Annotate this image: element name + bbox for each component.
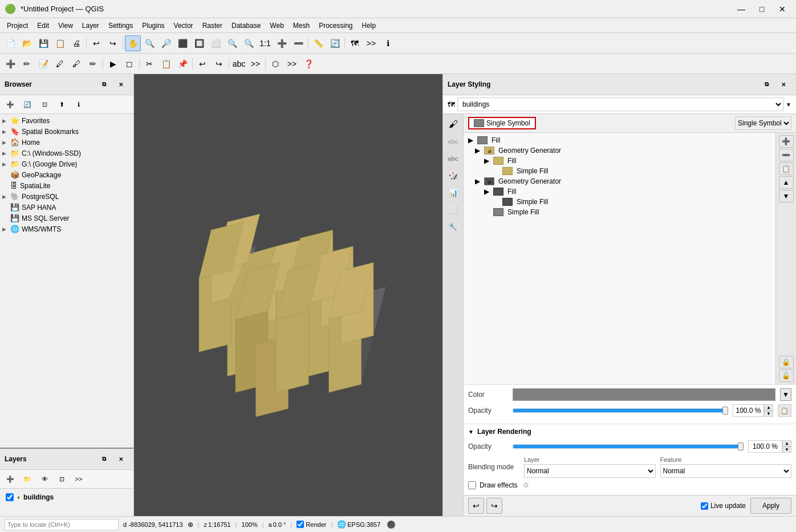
info-button[interactable]: ℹ [380, 35, 396, 51]
browser-close-btn[interactable]: ✕ [113, 76, 129, 92]
refresh-button[interactable]: 🔄 [327, 35, 343, 51]
more-digitize-button[interactable]: >> [247, 56, 263, 72]
sym-duplicate-btn[interactable]: 📋 [779, 163, 794, 175]
select-button[interactable]: ▶ [105, 56, 121, 72]
zoom-full-button[interactable]: ⬛ [174, 35, 190, 51]
apply-button[interactable]: Apply [750, 498, 791, 514]
symbology-tab-btn[interactable]: 🖌 [445, 116, 461, 132]
feature-blending-select[interactable]: Normal Multiply Screen [660, 464, 792, 478]
render-checkbox[interactable] [297, 521, 304, 528]
sym-lock-btn[interactable]: 🔒 [779, 356, 794, 368]
browser-float-btn[interactable]: ⧉ [96, 76, 112, 92]
menu-mesh[interactable]: Mesh [289, 21, 314, 31]
sym-lock2-btn[interactable]: 🔓 [779, 369, 794, 382]
zoom-out-button[interactable]: 🔎 [158, 35, 174, 51]
menu-web[interactable]: Web [265, 21, 288, 31]
lr-opacity-up[interactable]: ▲ [782, 440, 791, 446]
browser-item-favorites[interactable]: ▶ ⭐ Favorites [0, 115, 133, 126]
copy-button[interactable]: 📋 [158, 56, 174, 72]
layer-blending-select[interactable]: Normal Multiply Screen [524, 464, 656, 478]
save-as-button[interactable]: 📋 [52, 35, 68, 51]
ls-close-btn[interactable]: ✕ [775, 76, 791, 92]
opacity-spin-up[interactable]: ▲ [764, 404, 773, 411]
browser-refresh-btn[interactable]: 🔄 [19, 96, 35, 112]
layers-add-btn[interactable]: ➕ [2, 471, 18, 487]
mask-tab-btn[interactable]: abc [445, 151, 461, 166]
menu-vector[interactable]: Vector [169, 21, 198, 31]
browser-filter-btn[interactable]: ⊡ [36, 96, 52, 112]
browser-item-c-drive[interactable]: ▶ 📁 C:\ (Windows-SSD) [0, 148, 133, 159]
undo-style-button[interactable]: ↩ [468, 498, 484, 514]
select2-button[interactable]: ◻ [121, 56, 137, 72]
more-tools-button[interactable]: >> [363, 35, 379, 51]
browser-item-mssql[interactable]: ▶ 💾 MS SQL Server [0, 213, 133, 224]
live-update-checkbox[interactable] [701, 502, 708, 510]
browser-info-btn[interactable]: ℹ [71, 96, 87, 112]
undo2-button[interactable]: ↩ [194, 56, 210, 72]
identify-button[interactable]: 🔍 [241, 35, 257, 51]
zoom-in-button[interactable]: 🔍 [141, 35, 157, 51]
save-project-button[interactable]: 💾 [35, 35, 51, 51]
opacity-spin-down[interactable]: ▼ [764, 411, 773, 417]
browser-item-spatial-bookmarks[interactable]: ▶ 🔖 Spatial Bookmarks [0, 126, 133, 137]
zoom-native-button[interactable]: 1:1 [257, 35, 273, 51]
rendering-tab-btn[interactable]: 🔧 [445, 219, 461, 235]
opacity-copy-btn[interactable]: 📋 [778, 404, 791, 417]
zoom-layer-button[interactable]: 🔲 [191, 35, 207, 51]
browser-collapse-btn[interactable]: ⬆ [54, 96, 70, 112]
minimize-button[interactable]: — [732, 2, 750, 16]
help2-button[interactable]: ❓ [300, 56, 316, 72]
color-swatch[interactable] [513, 388, 775, 401]
lr-opacity-thumb[interactable] [738, 442, 744, 450]
zoom-in-small-button[interactable]: ➕ [274, 35, 290, 51]
draw-effects-settings-icon[interactable]: ⚙ [523, 481, 529, 489]
paste-button[interactable]: 📌 [174, 56, 190, 72]
browser-item-spatialite[interactable]: ▶ 🗄 SpatiaLite [0, 180, 133, 191]
menu-edit[interactable]: Edit [33, 21, 54, 31]
lr-opacity-down[interactable]: ▼ [782, 446, 791, 453]
zoom-out-small-button[interactable]: ➖ [290, 35, 306, 51]
menu-view[interactable]: View [54, 21, 78, 31]
map-area[interactable] [134, 74, 442, 516]
digitize4-button[interactable]: 🖋 [68, 56, 84, 72]
layer-select-dropdown[interactable]: buildings [457, 98, 783, 111]
menu-help[interactable]: Help [358, 21, 381, 31]
close-button[interactable]: ✕ [773, 2, 791, 16]
sym-row-fill-3[interactable]: ▶ Fill [464, 186, 775, 197]
redo2-button[interactable]: ↪ [211, 56, 227, 72]
layers-float-btn[interactable]: ⧉ [96, 451, 112, 467]
layers-add-group-btn[interactable]: 📁 [19, 471, 35, 487]
menu-project[interactable]: Project [2, 21, 33, 31]
digitize-button[interactable]: ✏ [19, 56, 35, 72]
browser-item-home[interactable]: ▶ 🏠 Home [0, 137, 133, 148]
pan-map-button[interactable]: 🔍 [224, 35, 240, 51]
sym-row-fill-root[interactable]: ▶ Fill [464, 135, 775, 145]
opacity-slider-thumb[interactable] [722, 407, 728, 415]
menu-plugins[interactable]: Plugins [137, 21, 169, 31]
browser-item-postgresql[interactable]: ▶ 🐘 PostgreSQL [0, 191, 133, 202]
color-dropdown-btn[interactable]: ▼ [780, 388, 791, 401]
open-project-button[interactable]: 📂 [19, 35, 35, 51]
labels-tab-btn[interactable]: abc [445, 133, 461, 149]
sym-row-geom-gen-2[interactable]: ▶ ⌀ Geometry Generator [464, 176, 775, 186]
browser-item-sap-hana[interactable]: ▶ 💾 SAP HANA [0, 202, 133, 213]
menu-processing[interactable]: Processing [314, 21, 357, 31]
sym-up-btn[interactable]: ▲ [779, 176, 794, 189]
new-project-button[interactable]: 📄 [2, 35, 18, 51]
layers-close-btn[interactable]: ✕ [113, 451, 129, 467]
sym-row-simple-fill-2[interactable]: ▶ Simple Fill [464, 197, 775, 207]
sym-row-simple-fill-3[interactable]: ▶ Simple Fill [464, 207, 775, 217]
cut-button[interactable]: ✂ [141, 56, 157, 72]
renderer-dropdown[interactable]: Single Symbol Categorized Graduated Rule… [735, 116, 791, 130]
redo-style-button[interactable]: ↪ [486, 498, 502, 514]
menu-database[interactable]: Database [227, 21, 265, 31]
browser-item-wms[interactable]: ▶ 🌐 WMS/WMTS [0, 224, 133, 234]
sym-remove-btn[interactable]: ➖ [779, 149, 794, 161]
menu-raster[interactable]: Raster [198, 21, 227, 31]
pan-button[interactable]: ✋ [125, 35, 141, 51]
more2-button[interactable]: >> [284, 56, 300, 72]
label-btn[interactable]: abc [231, 56, 247, 72]
layer-rendering-header[interactable]: ▼ Layer Rendering [468, 428, 791, 436]
browser-add-btn[interactable]: ➕ [2, 96, 18, 112]
maximize-button[interactable]: □ [753, 2, 771, 16]
